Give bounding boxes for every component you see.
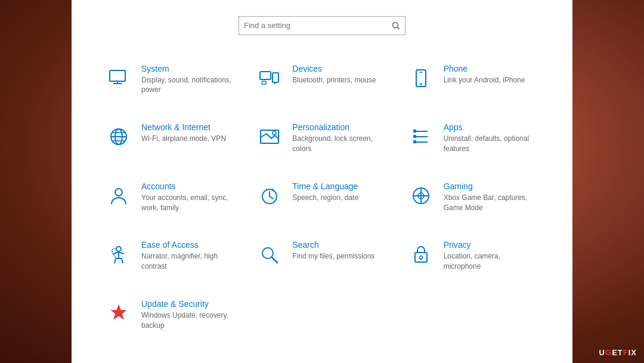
phone-icon [407,64,435,93]
network-text: Network & Internet Wi-Fi, airplane mode,… [141,122,226,144]
svg-text:あ: あ [271,188,275,192]
update-desc: Windows Update, recovery, backup [141,310,237,331]
accounts-text: Accounts Your accounts, email, sync, wor… [141,182,237,213]
privacy-desc: Location, camera, microphone [444,251,540,272]
phone-desc: Link your Android, iPhone [444,75,525,85]
apps-icon [407,122,435,151]
gaming-icon [407,182,435,210]
phone-title: Phone [444,64,525,73]
system-text: System Display, sound, notifications, po… [141,64,237,96]
svg-point-45 [419,256,422,259]
svg-point-38 [116,247,121,251]
search-text: Search Find my files, permissions [292,240,374,262]
apps-title: Apps [444,122,540,132]
ease-title: Ease of Access [141,240,237,250]
settings-item-phone[interactable]: Phone Link your Android, iPhone [398,53,549,106]
personalization-title: Personalization [292,122,388,132]
settings-item-network[interactable]: Network & Internet Wi-Fi, airplane mode,… [95,112,246,165]
search-container [95,16,549,35]
settings-grid: System Display, sound, notifications, po… [95,53,549,342]
apps-text: Apps Uninstall, defaults, optional featu… [444,122,540,154]
svg-line-43 [272,257,277,263]
settings-item-search[interactable]: Search Find my files, permissions [246,229,397,282]
phone-text: Phone Link your Android, iPhone [444,64,525,85]
gaming-desc: Xbox Game Bar, captures, Game Mode [444,193,540,213]
system-title: System [141,64,237,73]
svg-point-18 [273,131,276,135]
gaming-text: Gaming Xbox Game Bar, captures, Game Mod… [444,182,540,213]
time-desc: Speech, region, date [292,193,358,203]
svg-rect-2 [110,70,125,81]
settings-item-accounts[interactable]: Accounts Your accounts, email, sync, wor… [95,171,246,224]
settings-window: System Display, sound, notifications, po… [72,0,572,363]
svg-line-1 [398,27,400,29]
network-title: Network & Internet [141,122,226,132]
network-desc: Wi-Fi, airplane mode, VPN [141,134,226,144]
svg-rect-27 [413,140,416,143]
personalization-desc: Background, lock screen, colors [292,134,388,154]
settings-item-system[interactable]: System Display, sound, notifications, po… [95,53,246,106]
search-bar[interactable] [239,16,405,35]
search-input[interactable] [244,21,392,30]
ease-icon [104,240,133,269]
devices-icon [255,64,284,93]
svg-rect-25 [413,130,416,133]
svg-rect-44 [415,253,427,262]
network-icon [104,122,133,151]
devices-text: Devices Bluetooth, printers, mouse [292,64,376,85]
svg-marker-47 [111,304,126,319]
update-text: Update & Security Windows Update, recove… [141,299,237,331]
time-title: Time & Language [292,182,358,191]
ease-desc: Narrator, magnifier, high contrast [141,251,237,272]
svg-rect-5 [260,72,271,79]
accounts-desc: Your accounts, email, sync, work, family [141,193,237,213]
search-icon [392,21,400,30]
settings-item-ease[interactable]: Ease of Access Narrator, magnifier, high… [95,229,246,282]
update-title: Update & Security [141,299,237,309]
devices-desc: Bluetooth, printers, mouse [292,75,376,85]
personalization-icon [255,122,284,151]
svg-rect-26 [413,135,416,138]
svg-point-0 [393,22,398,27]
svg-rect-7 [273,73,278,82]
settings-item-time[interactable]: A あ Time & Language Speech, region, date [246,171,397,224]
personalization-text: Personalization Background, lock screen,… [292,122,388,154]
settings-item-devices[interactable]: Devices Bluetooth, printers, mouse [246,53,397,106]
svg-text:A: A [265,188,268,192]
watermark: UGETFIX [599,348,637,357]
settings-item-update[interactable]: Update & Security Windows Update, recove… [95,288,246,342]
privacy-icon [407,240,435,269]
privacy-title: Privacy [444,240,540,250]
system-icon [104,64,133,93]
settings-item-privacy[interactable]: Privacy Location, camera, microphone [398,229,549,282]
svg-rect-6 [262,81,266,84]
devices-title: Devices [292,64,376,73]
settings-item-apps[interactable]: Apps Uninstall, defaults, optional featu… [398,112,549,165]
time-text: Time & Language Speech, region, date [292,182,358,203]
apps-desc: Uninstall, defaults, optional features [444,134,540,154]
gaming-title: Gaming [444,182,540,191]
accounts-icon [104,182,133,210]
privacy-text: Privacy Location, camera, microphone [444,240,540,272]
svg-line-31 [270,196,273,199]
update-icon [104,299,133,328]
search-settings-icon [255,240,284,269]
svg-point-11 [420,83,422,85]
accounts-title: Accounts [141,182,237,191]
search-title: Search [292,240,374,250]
svg-point-28 [115,189,122,196]
system-desc: Display, sound, notifications, power [141,75,237,96]
ease-text: Ease of Access Narrator, magnifier, high… [141,240,237,272]
settings-item-gaming[interactable]: Gaming Xbox Game Bar, captures, Game Mod… [398,171,549,224]
time-icon: A あ [255,182,284,210]
settings-item-personalization[interactable]: Personalization Background, lock screen,… [246,112,397,165]
search-desc: Find my files, permissions [292,251,374,262]
